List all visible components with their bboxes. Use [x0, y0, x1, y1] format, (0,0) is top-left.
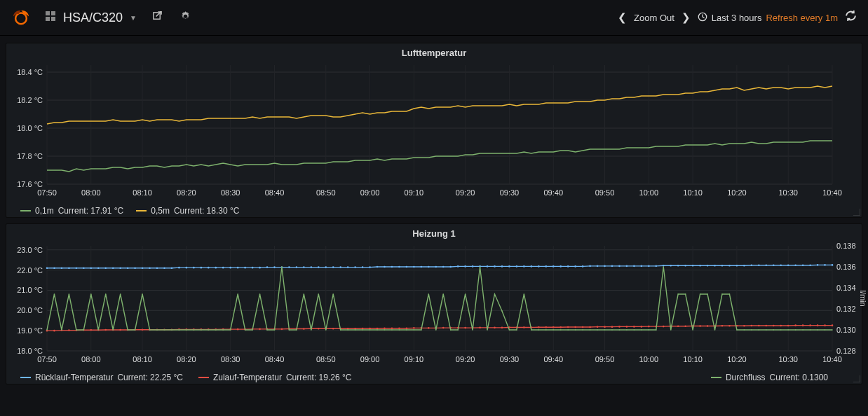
svg-text:10:30: 10:30 [778, 355, 798, 363]
svg-point-140 [273, 266, 276, 268]
svg-point-367 [355, 329, 356, 331]
svg-point-120 [127, 267, 129, 269]
svg-point-208 [773, 264, 775, 266]
resize-handle-icon[interactable] [853, 209, 860, 216]
svg-point-361 [311, 329, 312, 331]
chart-lufttemperatur[interactable]: 17.6 °C17.8 °C18.0 °C18.2 °C18.4 °C07:50… [47, 60, 832, 200]
svg-point-368 [362, 329, 363, 331]
svg-point-429 [810, 329, 811, 331]
svg-point-139 [266, 266, 269, 268]
svg-point-113 [76, 267, 78, 269]
svg-point-130 [201, 267, 203, 269]
svg-point-432 [832, 329, 833, 331]
svg-point-387 [501, 310, 503, 312]
svg-point-259 [354, 328, 356, 330]
svg-point-386 [494, 293, 496, 295]
svg-point-230 [142, 328, 144, 331]
svg-point-159 [413, 266, 415, 268]
svg-point-360 [304, 293, 305, 295]
svg-point-325 [46, 329, 48, 331]
svg-point-323 [824, 324, 826, 326]
svg-point-348 [215, 329, 217, 331]
svg-text:10:20: 10:20 [727, 188, 747, 197]
svg-point-357 [281, 266, 283, 268]
refresh-icon[interactable] [845, 10, 857, 25]
svg-text:17.8 °C: 17.8 °C [17, 152, 43, 160]
svg-point-397 [575, 329, 576, 331]
svg-point-371 [384, 329, 386, 331]
legend-entry[interactable]: Durchfluss Current: 0.1300 [711, 373, 828, 382]
svg-point-147 [325, 266, 327, 268]
zoom-out-button[interactable]: Zoom Out [634, 13, 674, 23]
svg-point-341 [164, 329, 165, 331]
panel-title[interactable]: Lufttemperatur [6, 43, 862, 60]
svg-point-334 [112, 329, 114, 331]
svg-point-225 [104, 329, 107, 331]
svg-point-131 [208, 267, 210, 269]
grafana-logo-icon[interactable] [11, 8, 31, 27]
svg-point-117 [104, 267, 107, 269]
svg-point-408 [656, 329, 657, 331]
svg-point-181 [574, 265, 576, 268]
legend-series-value: Current: 19.26 °C [286, 373, 352, 382]
time-range-picker[interactable]: Last 3 hours Refresh every 1m [698, 12, 838, 24]
svg-point-169 [487, 265, 489, 268]
svg-point-271 [442, 327, 445, 329]
svg-point-0 [15, 13, 27, 25]
svg-point-175 [531, 265, 533, 268]
svg-point-285 [545, 326, 547, 328]
svg-point-188 [626, 265, 628, 268]
dashboard-picker[interactable]: HSA/C320 ▼ [45, 11, 137, 25]
svg-point-207 [765, 264, 767, 266]
svg-point-164 [449, 266, 452, 268]
svg-point-370 [377, 329, 378, 331]
svg-point-269 [428, 327, 430, 329]
svg-point-220 [68, 329, 70, 331]
svg-point-186 [611, 265, 613, 268]
legend-entry[interactable]: 0,1m Current: 17.91 °C [20, 206, 123, 216]
svg-text:10:40: 10:40 [822, 188, 842, 197]
svg-point-195 [677, 265, 679, 267]
svg-point-6 [184, 15, 187, 18]
chart-heizung-1[interactable]: 18.0 °C19.0 °C20.0 °C21.0 °C22.0 °C23.0 … [47, 240, 832, 366]
svg-point-132 [215, 267, 217, 269]
svg-point-403 [619, 329, 621, 331]
svg-point-286 [552, 326, 555, 328]
settings-icon[interactable] [179, 11, 193, 24]
svg-point-310 [728, 325, 731, 327]
legend-entry[interactable]: Zulauf-Temperatur Current: 19.26 °C [198, 373, 352, 382]
resize-handle-icon[interactable] [853, 375, 860, 382]
svg-point-379 [442, 293, 444, 295]
svg-point-319 [794, 324, 796, 326]
svg-point-424 [773, 329, 774, 331]
svg-point-419 [736, 329, 738, 331]
svg-point-344 [186, 329, 187, 331]
svg-text:0.130: 0.130 [836, 326, 856, 334]
svg-point-264 [391, 327, 393, 329]
svg-point-201 [721, 265, 724, 267]
svg-point-129 [193, 267, 195, 269]
svg-point-399 [590, 329, 591, 331]
legend-entry[interactable]: 0,5m Current: 18.30 °C [136, 206, 239, 216]
time-forward-icon[interactable]: ❯ [681, 11, 691, 24]
svg-point-205 [751, 264, 753, 266]
svg-point-200 [714, 265, 716, 267]
legend-entry[interactable]: Rücklauf-Temperatur Current: 22.25 °C [20, 373, 183, 382]
svg-point-252 [303, 328, 305, 330]
time-back-icon[interactable]: ❮ [618, 11, 627, 24]
svg-point-404 [626, 329, 628, 331]
svg-point-413 [692, 329, 693, 331]
panel-title[interactable]: Heizung 1 [6, 224, 862, 240]
svg-point-127 [178, 267, 180, 269]
svg-point-110 [53, 267, 55, 269]
svg-point-422 [759, 329, 760, 331]
svg-text:09:00: 09:00 [360, 188, 380, 197]
svg-point-246 [259, 328, 261, 331]
svg-text:l/min: l/min [859, 290, 867, 306]
share-icon[interactable] [151, 11, 165, 24]
svg-point-339 [149, 329, 151, 331]
svg-text:08:10: 08:10 [133, 188, 152, 197]
svg-text:08:50: 08:50 [316, 355, 336, 363]
svg-point-428 [802, 329, 803, 331]
svg-point-430 [817, 329, 818, 331]
